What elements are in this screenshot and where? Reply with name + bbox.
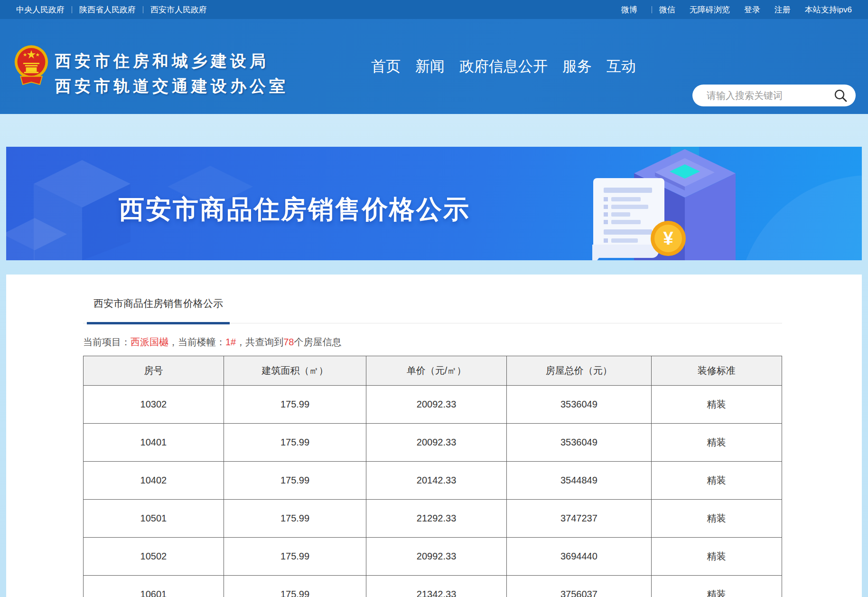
cell-room-number: 10401 — [84, 424, 224, 462]
topbar-link-shaanxi-gov[interactable]: 陕西省人民政府 — [79, 4, 136, 15]
nav-item-interaction[interactable]: 互动 — [607, 57, 636, 76]
topbar-left-links: 中央人民政府 陕西省人民政府 西安市人民政府 — [16, 4, 207, 15]
tab-price-disclosure[interactable]: 西安市商品住房销售价格公示 — [87, 297, 230, 324]
cell-floor-area: 175.99 — [224, 462, 366, 500]
result-count: 78 — [283, 337, 294, 347]
summary-mid2: ，共查询到 — [236, 337, 283, 347]
cell-unit-price: 20092.33 — [366, 386, 507, 424]
cell-unit-price: 20142.33 — [366, 462, 507, 500]
cell-decoration: 精装 — [651, 462, 782, 500]
banner-title: 西安市商品住房销售价格公示 — [119, 192, 470, 227]
cell-unit-price: 20992.33 — [366, 538, 507, 576]
search-input[interactable] — [706, 90, 833, 102]
header-room-number: 房号 — [84, 356, 224, 386]
topbar-link-ipv6[interactable]: 本站支持ipv6 — [805, 4, 852, 15]
site-title: 西安市住房和城乡建设局 西安市轨道交通建设办公室 — [55, 48, 289, 99]
cell-total-price: 3536049 — [507, 424, 652, 462]
query-summary: 当前项目：西派国樾，当前楼幢：1#，共查询到78个房屋信息 — [83, 336, 782, 349]
topbar-link-weibo[interactable]: 微博 — [621, 4, 637, 15]
cell-floor-area: 175.99 — [224, 538, 366, 576]
site-title-line2: 西安市轨道交通建设办公室 — [55, 74, 289, 99]
topbar-link-accessibility[interactable]: 无障碍浏览 — [690, 4, 730, 15]
banner-illustration: ¥ — [592, 147, 754, 260]
banner-circle-decoration — [737, 175, 862, 260]
page: 中央人民政府 陕西省人民政府 西安市人民政府 微博 微信 无障碍浏览 登录 注册… — [0, 0, 868, 597]
tab-bar: 西安市商品住房销售价格公示 — [83, 297, 782, 323]
divider — [72, 6, 72, 13]
cell-total-price: 3536049 — [507, 386, 652, 424]
building-number: 1# — [225, 337, 236, 347]
topbar-link-login[interactable]: 登录 — [744, 4, 760, 15]
cell-floor-area: 175.99 — [224, 500, 366, 538]
nav-item-home[interactable]: 首页 — [371, 57, 401, 76]
coin-icon: ¥ — [651, 221, 686, 256]
table-row: 10302 175.99 20092.33 3536049 精装 — [84, 386, 782, 424]
svg-text:¥: ¥ — [663, 228, 673, 248]
cell-floor-area: 175.99 — [224, 576, 366, 597]
table-row: 10601 175.99 21342.33 3756037 精装 — [84, 576, 782, 597]
divider — [652, 6, 652, 13]
price-table: 房号 建筑面积（㎡） 单价（元/㎡） 房屋总价（元） 装修标准 10302 17… — [83, 356, 782, 597]
cell-total-price: 3694440 — [507, 538, 652, 576]
cell-floor-area: 175.99 — [224, 424, 366, 462]
cell-total-price: 3747237 — [507, 500, 652, 538]
search-box[interactable] — [692, 85, 856, 106]
cell-decoration: 精装 — [651, 576, 782, 597]
topbar-link-central-gov[interactable]: 中央人民政府 — [16, 4, 65, 15]
header-unit-price: 单价（元/㎡） — [366, 356, 507, 386]
cell-decoration: 精装 — [651, 386, 782, 424]
cell-unit-price: 21292.33 — [366, 500, 507, 538]
page-banner: 西安市商品住房销售价格公示 — [6, 147, 862, 260]
topbar-link-wechat[interactable]: 微信 — [659, 4, 675, 15]
cell-unit-price: 21342.33 — [366, 576, 507, 597]
summary-prefix: 当前项目： — [83, 337, 131, 347]
cell-room-number: 10502 — [84, 538, 224, 576]
nav-item-gov-info[interactable]: 政府信息公开 — [459, 57, 548, 76]
cell-total-price: 3756037 — [507, 576, 652, 597]
content-card: 西安市商品住房销售价格公示 当前项目：西派国樾，当前楼幢：1#，共查询到78个房… — [6, 275, 862, 597]
table-header-row: 房号 建筑面积（㎡） 单价（元/㎡） 房屋总价（元） 装修标准 — [84, 356, 782, 386]
table-row: 10401 175.99 20092.33 3536049 精装 — [84, 424, 782, 462]
divider — [143, 6, 143, 13]
summary-mid1: ，当前楼幢： — [168, 337, 225, 347]
cell-room-number: 10302 — [84, 386, 224, 424]
cell-room-number: 10601 — [84, 576, 224, 597]
cell-decoration: 精装 — [651, 538, 782, 576]
topbar-link-register[interactable]: 注册 — [775, 4, 791, 15]
main-nav: 首页 新闻 政府信息公开 服务 互动 — [371, 19, 651, 114]
project-name: 西派国樾 — [131, 337, 168, 347]
cell-room-number: 10501 — [84, 500, 224, 538]
national-emblem-logo — [13, 43, 49, 87]
header-floor-area: 建筑面积（㎡） — [224, 356, 366, 386]
topbar-link-xian-gov[interactable]: 西安市人民政府 — [150, 4, 207, 15]
top-utility-bar: 中央人民政府 陕西省人民政府 西安市人民政府 微博 微信 无障碍浏览 登录 注册… — [0, 0, 868, 19]
header-decoration: 装修标准 — [651, 356, 782, 386]
site-title-line1: 西安市住房和城乡建设局 — [55, 48, 289, 74]
nav-item-news[interactable]: 新闻 — [415, 57, 445, 76]
cell-floor-area: 175.99 — [224, 386, 366, 424]
header-total-price: 房屋总价（元） — [507, 356, 652, 386]
cell-unit-price: 20092.33 — [366, 424, 507, 462]
table-row: 10402 175.99 20142.33 3544849 精装 — [84, 462, 782, 500]
cell-decoration: 精装 — [651, 424, 782, 462]
search-icon[interactable] — [833, 88, 848, 103]
cell-decoration: 精装 — [651, 500, 782, 538]
table-row: 10502 175.99 20992.33 3694440 精装 — [84, 538, 782, 576]
nav-item-services[interactable]: 服务 — [562, 57, 592, 76]
cell-total-price: 3544849 — [507, 462, 652, 500]
topbar-right-links: 微博 微信 无障碍浏览 登录 注册 本站支持ipv6 — [621, 4, 852, 15]
table-row: 10501 175.99 21292.33 3747237 精装 — [84, 500, 782, 538]
summary-suffix: 个房屋信息 — [294, 337, 342, 347]
site-header: 西安市住房和城乡建设局 西安市轨道交通建设办公室 首页 新闻 政府信息公开 服务… — [0, 19, 868, 114]
cell-room-number: 10402 — [84, 462, 224, 500]
